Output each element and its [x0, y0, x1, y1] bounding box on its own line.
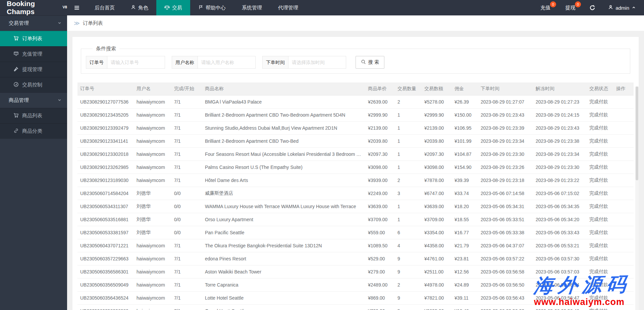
table-row: UB2308290127077536 haiwaiymcom 7/1 BMGA … [77, 95, 634, 108]
cell-unit-price: ¥2097.30 [365, 147, 395, 161]
user-menu[interactable]: admin [602, 0, 644, 15]
search-button[interactable]: 搜 索 [356, 56, 384, 69]
col-actions: 操作 [613, 82, 634, 95]
cell-unit-price: ¥3709.00 [365, 213, 395, 226]
cell-trade-status: 完成付款 [587, 278, 613, 291]
sidebar-item-trade-control[interactable]: 交易控制 [0, 77, 67, 92]
cell-actions [613, 278, 634, 291]
cell-order-time: 2023-05-06 05:34:31 [478, 200, 533, 213]
cell-order-time: 2023-08-29 01:23:43 [478, 108, 533, 121]
cell-done-start: 7/1 [171, 161, 202, 174]
cell-username: haiwaiymcom [134, 239, 171, 252]
cell-order-time: 2023-05-06 03:56:50 [478, 278, 533, 291]
sidebar-item-withdraw-management[interactable]: 提现管理 [0, 62, 67, 77]
sidebar-item-product-category[interactable]: 商品分类 [0, 123, 67, 139]
cell-unit-price: ¥1089.50 [365, 239, 395, 252]
gauge-icon [13, 82, 19, 88]
page-title: 订单列表 [83, 20, 103, 26]
cell-unfreeze-time: 2023-08-29 01:23:34 [533, 147, 587, 161]
breadcrumb: ≫ 订单列表 [67, 15, 644, 31]
cell-actions [613, 265, 634, 278]
cell-trade-status: 完成付款 [587, 239, 613, 252]
cell-unfreeze-time: 2023-05-06 03:57:03 [533, 265, 587, 278]
cell-username: 刘德华 [134, 200, 171, 213]
table-scrollbar[interactable] [635, 86, 639, 310]
order-no-group: 订单号 [86, 56, 165, 69]
cell-quantity: 1 [395, 200, 422, 213]
cell-done-start: 7/1 [171, 174, 202, 187]
cell-commission: ¥24.89 [452, 278, 478, 291]
flag-icon [198, 5, 203, 11]
cell-username: haiwaiymcom [134, 147, 171, 161]
table-row: UB2305060533381597 刘德华 0/0 Pan Pacific S… [77, 226, 634, 239]
cell-order-no: UB2308290127077536 [77, 95, 134, 108]
col-amount: 交易数额 [422, 82, 452, 95]
cell-username: haiwaiymcom [134, 265, 171, 278]
cell-unit-price: ¥529.00 [365, 252, 395, 265]
nav-item-home[interactable]: 后台首页 [87, 0, 123, 15]
cell-unfreeze-time: 2023-05-06 07:15:02 [533, 187, 587, 200]
nav-item-system-management[interactable]: 系统管理 [234, 0, 270, 15]
cell-trade-status: 完成付款 [587, 252, 613, 265]
orders-table: 订单号 用户名 完成/开始 商品名称 商品单价 交易数量 交易数额 佣金 下单时… [77, 82, 634, 310]
col-order-no: 订单号 [77, 82, 134, 95]
cell-unfreeze-time: 2023-08-29 01:27:23 [533, 95, 587, 108]
cell-product-name: Torre Capranica [202, 278, 365, 291]
cell-done-start: 7/1 [171, 239, 202, 252]
sidebar-item-product-list[interactable]: 商品列表 [0, 108, 67, 123]
chevron-down-icon [57, 20, 62, 26]
nav-item-help-center[interactable]: 帮助中心 [190, 0, 234, 15]
table-row: UB2308290123341141 haiwaiymcom 7/1 Brill… [77, 134, 634, 147]
search-row: 订单号 用户名称 下单时间 搜 索 [86, 56, 625, 69]
recharge-button[interactable]: 充值 0 [533, 0, 558, 15]
table-row: UB2305060356326989 haiwaiymcom 7/1 Grand… [77, 304, 634, 310]
hamburger-menu-icon[interactable] [67, 0, 87, 15]
cell-amount: ¥2039.80 [422, 134, 452, 147]
cell-actions [613, 147, 634, 161]
cell-order-no: UB2305060533381597 [77, 226, 134, 239]
cell-amount: ¥7821.00 [422, 291, 452, 304]
order-time-input[interactable] [288, 56, 346, 69]
cell-done-start: 7/1 [171, 252, 202, 265]
cell-actions [613, 174, 634, 187]
cell-username: haiwaiymcom [134, 291, 171, 304]
cell-order-no: UB2305060534311307 [77, 200, 134, 213]
cell-quantity: 3 [395, 187, 422, 200]
nav-item-trade[interactable]: 交易 [156, 0, 190, 15]
col-order-time: 下单时间 [478, 82, 533, 95]
cell-trade-status: 完成付款 [587, 291, 613, 304]
cell-unit-price: ¥2639.00 [365, 95, 395, 108]
nav-item-agent-management[interactable]: 代理管理 [270, 0, 306, 15]
main-content: ≫ 订单列表 条件搜索 订单号 用户名称 下单时间 [67, 15, 644, 310]
order-no-input[interactable] [107, 56, 165, 69]
layout: 交易管理 订单列表 充值管理 提现管理 交易控制 商品管理 商品列表 [0, 15, 644, 310]
cell-done-start: 0/0 [171, 213, 202, 226]
cell-trade-status: 完成付款 [587, 200, 613, 213]
search-panel-legend: 条件搜索 [93, 46, 119, 52]
refresh-icon[interactable] [583, 0, 602, 15]
app-logo-version: V8 [63, 5, 67, 9]
username-input[interactable] [198, 56, 256, 69]
sidebar-group-product-management[interactable]: 商品管理 [0, 92, 67, 108]
cell-unit-price: ¥2489.00 [365, 278, 395, 291]
cell-actions [613, 291, 634, 304]
withdraw-button[interactable]: 提现 0 [558, 0, 583, 15]
cell-username: haiwaiymcom [134, 108, 171, 121]
scrollbar-thumb[interactable] [636, 86, 638, 180]
cell-unfreeze-time: 2023-05-06 03:56:47 [533, 291, 587, 304]
hammer-icon [13, 66, 19, 73]
sidebar-item-recharge-management[interactable]: 充值管理 [0, 46, 67, 62]
cart-icon [13, 36, 19, 42]
sidebar-item-order-list[interactable]: 订单列表 [0, 31, 67, 46]
cell-order-no: UB2305060356509049 [77, 278, 134, 291]
sidebar-group-trade-management[interactable]: 交易管理 [0, 15, 67, 31]
cell-username: haiwaiymcom [134, 134, 171, 147]
cell-trade-status: 完成付款 [587, 121, 613, 134]
cell-username: haiwaiymcom [134, 95, 171, 108]
topbar: Booking ChampsV8 后台首页 角色 交易 帮助中心 系统管理 代理… [0, 0, 644, 15]
table-row: UB2305060533516881 刘德华 0/0 Orso Luxury A… [77, 213, 634, 226]
cell-unit-price: ¥2039.80 [365, 134, 395, 147]
scales-icon [164, 5, 170, 11]
nav-item-roles[interactable]: 角色 [123, 0, 156, 15]
cell-trade-status: 完成付款 [587, 187, 613, 200]
